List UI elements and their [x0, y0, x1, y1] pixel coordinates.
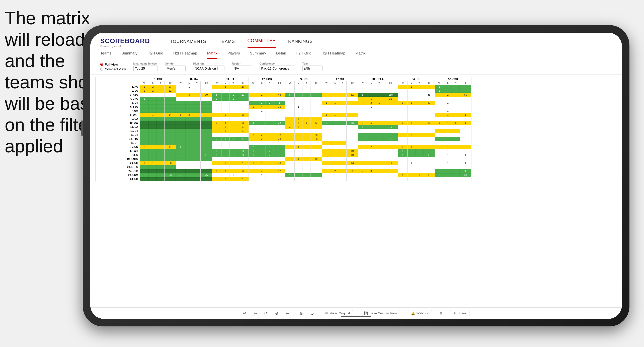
timer-button[interactable]: ⏱ [310, 311, 314, 316]
team-filter: Team (All) [302, 62, 323, 71]
matrix-cell-r4-c5-2 [339, 101, 347, 105]
max-teams-select[interactable]: Top 25 Top 10 All [133, 66, 157, 71]
matrix-cell-r3-c5-0 [322, 97, 331, 101]
nav-tournaments[interactable]: TOURNAMENTS [170, 39, 206, 48]
matrix-cell-r0-c3-3 [274, 85, 285, 89]
matrix-cell-r14-c5-1: 1 [331, 141, 339, 145]
matrix-cell-r2-c1-2 [193, 93, 201, 97]
matrix-cell-r2-c6-1 [367, 93, 375, 97]
matrix-cell-r11-c0-0 [140, 129, 149, 133]
nav-committee[interactable]: COMMITTEE [248, 38, 276, 48]
matrix-cell-r3-c8-2 [452, 97, 460, 101]
subnav-summary2[interactable]: Summary [250, 48, 266, 59]
matrix-cell-r21-c5-2 [339, 169, 347, 173]
subnav-h2h-grid2[interactable]: H2H Grid [296, 48, 311, 59]
matrix-cell-r23-c6-3 [383, 177, 398, 181]
matrix-cell-r4-c0-3 [165, 101, 176, 105]
share-button[interactable]: ↗ Share [450, 310, 469, 316]
redo-button[interactable]: ↪ [254, 311, 257, 316]
subnav-h2h-grid1[interactable]: H2H Grid [147, 48, 163, 59]
compact-view-radio[interactable]: Compact View [100, 67, 126, 71]
matrix-cell-r5-c1-0 [176, 105, 185, 109]
subnav-matrix1[interactable]: Matrix [207, 48, 217, 59]
matrix-cell-r6-c8-2 [452, 109, 460, 113]
matrix-cell-r17-c0-1 [149, 153, 157, 157]
matrix-cell-r12-c4-1: 2 [294, 133, 302, 137]
matrix-cell-r4-c3-1: 2 [258, 101, 266, 105]
matrix-cell-r4-c2-3 [237, 101, 249, 105]
matrix-cell-r19-c2-1: 1 [221, 161, 229, 165]
matrix-cell-r14-c6-0 [358, 141, 367, 145]
reset-button[interactable]: ⟳ [264, 311, 268, 316]
matrix-cell-r14-c3-3 [274, 141, 285, 145]
subnav-players[interactable]: Players [227, 48, 240, 59]
matrix-cell-r19-c4-1 [294, 161, 302, 165]
region-select[interactable]: N/A East West [232, 66, 252, 71]
matrix-cell-r7-c7-0 [398, 113, 407, 117]
matrix-cell-r13-c0-2 [157, 137, 165, 141]
matrix-cell-r1-c5-2 [339, 89, 347, 93]
matrix-cell-r7-c0-2 [157, 113, 165, 117]
zoom-in-button[interactable]: ⊕ [299, 311, 303, 316]
watch-button[interactable]: 🔔 Watch ▾ [408, 310, 432, 316]
matrix-cell-r12-c2-3 [237, 133, 249, 137]
matrix-cell-r21-c0-3 [165, 169, 176, 173]
row-header-11: 12. UV [96, 129, 140, 133]
subnav-h2h-heatmap1[interactable]: H2H Heatmap [173, 48, 197, 59]
matrix-cell-r21-c0-1 [149, 169, 157, 173]
matrix-cell-r3-c8-1 [444, 97, 452, 101]
matrix-cell-r0-c5-3 [347, 85, 358, 89]
matrix-cell-r18-c0-1 [149, 157, 157, 161]
conference-select[interactable]: Pac-12 Conference (All) ACC [260, 66, 295, 71]
matrix-cell-r11-c7-0 [398, 129, 407, 133]
nav-rankings[interactable]: RANKINGS [288, 39, 313, 48]
zoom-out-button[interactable]: ⊖ [275, 311, 278, 316]
matrix-cell-r0-c6-3 [383, 85, 398, 89]
matrix-cell-r19-c0-2 [157, 161, 165, 165]
matrix-cell-r2-c4-1 [294, 93, 302, 97]
conference-filter: Conference Pac-12 Conference (All) ACC [260, 62, 295, 71]
matrix-cell-r4-c4-2 [302, 101, 310, 105]
matrix-cell-r18-c1-3 [201, 157, 212, 161]
matrix-cell-r6-c1-2 [193, 109, 201, 113]
row-header-12: 13. UT [96, 133, 140, 137]
full-view-radio[interactable]: Full View [100, 63, 126, 66]
matrix-cell-r19-c1-1 [185, 161, 193, 165]
grid-button[interactable]: ⊞ [440, 311, 442, 315]
matrix-cell-r23-c4-0 [285, 177, 294, 181]
matrix-cell-r10-c3-1 [258, 125, 266, 129]
matrix-cell-r2-c4-3 [310, 93, 322, 97]
subnav-teams[interactable]: Teams [100, 48, 111, 59]
matrix-cell-r15-c3-3 [274, 145, 285, 149]
matrix-cell-r7-c3-0 [249, 113, 258, 117]
matrix-cell-r0-c2-0 [212, 85, 221, 89]
nav-items: TOURNAMENTS TEAMS COMMITTEE RANKINGS [170, 38, 313, 48]
matrix-cell-r21-c2-0: 1 [212, 169, 221, 173]
matrix-cell-r7-c7-3 [423, 113, 435, 117]
gender-select[interactable]: Men's Women's [165, 66, 186, 71]
matrix-cell-r13-c6-1 [367, 137, 375, 141]
undo-button[interactable]: ↩ [243, 311, 246, 316]
subnav-h2h-heatmap2[interactable]: H2H Heatmap [321, 48, 345, 59]
division-select[interactable]: NCAA Division I NCAA Division II [193, 66, 224, 71]
matrix-cell-r21-c6-0: 2 [358, 169, 367, 173]
team-select[interactable]: (All) [302, 66, 323, 71]
matrix-cell-r5-c7-0 [398, 105, 407, 109]
matrix-cell-r18-c3-1 [258, 157, 266, 161]
sub-header-empty [96, 81, 140, 85]
matrix-cell-r23-c4-3 [310, 177, 322, 181]
matrix-cell-r9-c1-2 [193, 121, 201, 125]
matrix-cell-r8-c7-3 [423, 117, 435, 121]
matrix-cell-r8-c5-0 [322, 117, 331, 121]
matrix-cell-r13-c4-0: 1 [285, 137, 294, 141]
matrix-cell-r20-c0-0 [140, 165, 149, 169]
matrix-cell-r3-c1-0 [176, 97, 185, 101]
subnav-matrix2[interactable]: Matrix [355, 48, 366, 59]
nav-teams[interactable]: TEAMS [219, 39, 235, 48]
subnav-summary1[interactable]: Summary [121, 48, 137, 59]
matrix-cell-r22-c8-0: 3 [435, 173, 444, 177]
matrix-cell-r11-c3-2 [266, 129, 274, 133]
matrix-content[interactable]: 3. ASU 10. UW 11. UA 22. UCB 24. UO 27. … [90, 75, 622, 307]
subnav-detail[interactable]: Detail [276, 48, 286, 59]
matrix-cell-r10-c6-1 [367, 125, 375, 129]
